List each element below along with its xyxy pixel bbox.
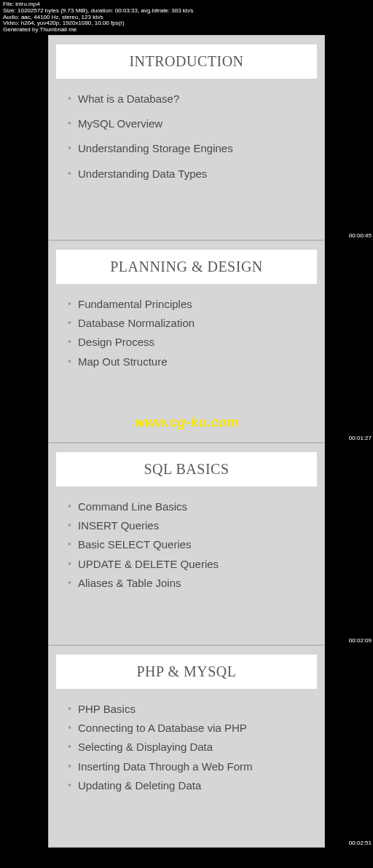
thumbnail-2: PLANNING & DESIGN Fundamental Principles… [48,240,325,443]
slide-header: SQL BASICS [56,452,317,486]
thumbnail-4: PHP & MYSQL PHP Basics Connecting to A D… [48,645,325,848]
thumbnail-grid: INTRODUCTION What is a Database? MySQL O… [0,35,373,848]
list-item: Selecting & Displaying Data [68,740,311,754]
list-item: Inserting Data Through a Web Form [68,760,311,774]
list-item: Map Out Structure [68,355,311,369]
slide-title: SQL BASICS [62,461,311,478]
slide-title: PHP & MYSQL [62,663,311,680]
slide-header: PHP & MYSQL [56,655,317,689]
thumbnail-3: SQL BASICS Command Line Basics INSERT Qu… [48,443,325,645]
list-item: Basic SELECT Queries [68,537,311,552]
list-item: MySQL Overview [68,117,311,131]
slide-header: PLANNING & DESIGN [56,250,317,284]
slide-php-mysql: PHP & MYSQL PHP Basics Connecting to A D… [48,645,325,848]
list-item: Understanding Data Types [68,167,311,181]
list-item: Design Process [68,335,311,350]
slide-header: INTRODUCTION [56,44,317,79]
list-item: Understanding Storage Engines [68,141,311,156]
list-item: Aliases & Table Joins [68,576,311,591]
list-item: Connecting to A Database via PHP [68,721,311,735]
slide-title: PLANNING & DESIGN [62,259,311,275]
timestamp: 00:02:09 [349,637,372,644]
timestamp: 00:00:45 [349,232,372,239]
list-item: Database Normalization [68,316,311,331]
list-item: What is a Database? [68,92,311,106]
slide-list: PHP Basics Connecting to A Database via … [56,702,317,793]
timestamp: 00:01:27 [349,435,372,441]
slide-list: Fundamental Principles Database Normaliz… [56,297,317,369]
list-item: PHP Basics [68,702,311,717]
list-item: Updating & Deleting Data [68,778,311,793]
slide-list: Command Line Basics INSERT Queries Basic… [56,500,317,591]
list-item: UPDATE & DELETE Queries [68,557,311,572]
watermark: www.cg-ku.com [135,415,239,430]
meta-generator: Generated by Thumbnail me [3,27,370,33]
slide-introduction: INTRODUCTION What is a Database? MySQL O… [48,35,325,240]
file-metadata: File: intro.mp4 Size: 10202572 bytes (9.… [0,0,373,35]
slide-title: INTRODUCTION [62,53,311,70]
list-item: Command Line Basics [68,500,311,514]
list-item: INSERT Queries [68,518,311,533]
slide-planning: PLANNING & DESIGN Fundamental Principles… [48,240,325,443]
list-item: Fundamental Principles [68,297,311,312]
slide-list: What is a Database? MySQL Overview Under… [56,92,317,181]
timestamp: 00:02:51 [349,840,372,846]
thumbnail-1: INTRODUCTION What is a Database? MySQL O… [48,35,325,240]
slide-sql-basics: SQL BASICS Command Line Basics INSERT Qu… [48,443,325,645]
